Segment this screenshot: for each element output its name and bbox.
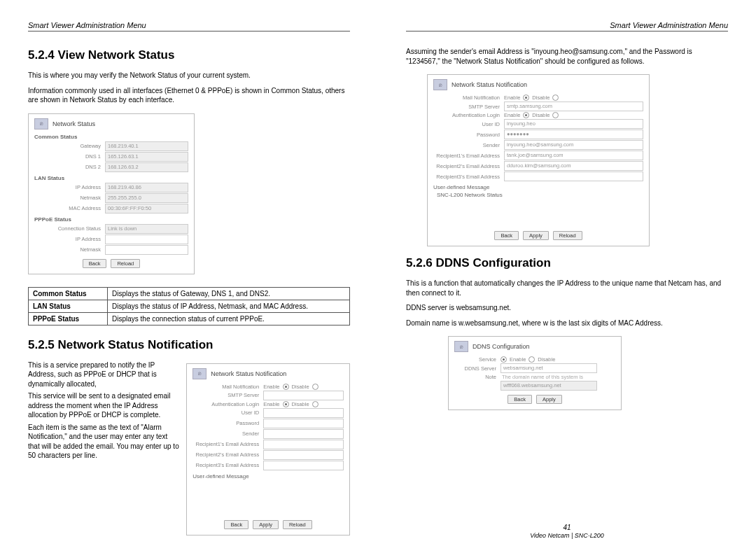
msg-line1[interactable] — [196, 481, 344, 489]
back-button[interactable]: Back — [224, 520, 248, 529]
auth-radio[interactable]: Enable Disable — [504, 112, 559, 118]
sender-input[interactable]: inyoung.heo@samsung.com — [504, 140, 643, 150]
r3-label: Recipient3's Email Address — [433, 174, 504, 180]
notification-panel-filled: ⎚ Network Status Notification Mail Notif… — [427, 74, 650, 246]
smtp-input[interactable]: smtp.samsung.com — [504, 102, 643, 111]
gateway-value: 168.219.40.1 — [105, 141, 188, 151]
msg-line2[interactable] — [437, 201, 643, 209]
pnm-label: Netmask — [34, 246, 105, 253]
netmask-value: 255.255.255.0 — [105, 193, 188, 203]
page-header-right: Smart Viewer Administration Menu — [406, 21, 728, 31]
row3-val: Displays the connection status of curren… — [108, 312, 350, 325]
gateway-label: Gateway — [34, 143, 105, 149]
uid-label: User ID — [192, 410, 263, 416]
r2-input[interactable] — [263, 450, 344, 460]
footer-product: Video Netcam | SNC-L200 — [406, 532, 728, 539]
para-526-3: Domain name is w.websamsung.net, where w… — [406, 318, 728, 328]
msg-line4[interactable] — [196, 508, 344, 516]
udm-label: User-defined Message — [192, 473, 344, 479]
pw-label: Password — [433, 132, 504, 138]
mail-label: Mail Notification — [192, 384, 263, 390]
conn-label: Connection Status — [34, 225, 105, 232]
msg-line3[interactable] — [196, 499, 344, 507]
page-footer-left: 40 Video Netcam | SNC-L200 — [28, 541, 350, 547]
pw-input[interactable]: ●●●●●●● — [504, 130, 643, 139]
dns2-label: DNS 2 — [34, 164, 105, 170]
back-button[interactable]: Back — [507, 395, 532, 404]
uid-input[interactable] — [263, 408, 344, 418]
network-status-panel: ⎚ Network Status Common Status Gateway16… — [28, 113, 195, 274]
para-525-1: This is a service prepared to notify the… — [28, 360, 179, 389]
network-icon: ⎚ — [192, 368, 206, 379]
apply-button[interactable]: Apply — [253, 520, 279, 529]
msg-line3[interactable] — [437, 210, 643, 218]
uid-label: User ID — [433, 121, 504, 127]
reload-button[interactable]: Reload — [553, 231, 582, 240]
reload-button[interactable]: Reload — [283, 520, 312, 529]
mail-radio[interactable]: Enable Disable — [504, 94, 559, 101]
mac-value: 00:30:6F:FF:F0:50 — [105, 204, 188, 214]
r1-input[interactable]: tank.joe@samsung.com — [504, 150, 643, 160]
back-button[interactable]: Back — [83, 259, 107, 268]
note-label: Note — [454, 374, 500, 380]
r2-label: Recipient2's Email Address — [433, 163, 504, 169]
reload-button[interactable]: Reload — [111, 259, 140, 268]
msg-line1[interactable]: SNC-L200 Network Status — [437, 192, 643, 200]
r2-label: Recipient2's Email Address — [192, 451, 263, 458]
para-525-2: This service will be sent to a designate… — [28, 391, 179, 420]
auth-label: Authentication Login — [192, 401, 263, 407]
apply-button[interactable]: Apply — [536, 395, 562, 404]
common-status-label: Common Status — [34, 134, 188, 140]
intro-paragraph: Assuming the sender's email Address is "… — [406, 47, 728, 66]
r2-input[interactable]: dduroo.kim@samsung.com — [504, 161, 643, 171]
ip-value: 168.219.40.86 — [105, 183, 188, 192]
pip-label: IP Address — [34, 236, 105, 242]
panel-title: Network Status Notification — [451, 81, 527, 88]
dns1-label: DNS 1 — [34, 153, 105, 160]
pw-input[interactable] — [263, 419, 344, 428]
mac-label: MAC Address — [34, 205, 105, 211]
sender-input[interactable] — [263, 429, 344, 439]
r1-input[interactable] — [263, 440, 344, 449]
lan-status-label: LAN Status — [34, 175, 188, 181]
row2-key: LAN Status — [29, 300, 108, 312]
domain-value: wfff068.websamsung.net — [500, 381, 597, 391]
sender-label: Sender — [192, 430, 263, 437]
row1-val: Displays the status of Gateway, DNS 1, a… — [108, 287, 350, 300]
pw-label: Password — [192, 420, 263, 426]
panel-title: DDNS Configuration — [472, 343, 530, 350]
status-description-table: Common StatusDisplays the status of Gate… — [28, 287, 350, 326]
para-524-1: This is where you may verify the Network… — [28, 71, 350, 80]
apply-button[interactable]: Apply — [523, 231, 549, 240]
smtp-label: SMTP Server — [433, 104, 504, 110]
r3-input[interactable] — [263, 461, 344, 470]
pppoe-status-label: PPPoE Status — [34, 216, 188, 223]
auth-label: Authentication Login — [433, 112, 504, 118]
msg-line2[interactable] — [196, 490, 344, 498]
ip-label: IP Address — [34, 184, 105, 190]
panel-title: Network Status Notification — [211, 370, 286, 377]
smtp-input[interactable] — [263, 391, 344, 400]
auth-radio[interactable]: Enable Disable — [263, 401, 318, 407]
network-icon: ⎚ — [454, 341, 468, 352]
smtp-label: SMTP Server — [192, 392, 263, 398]
panel-title: Network Status — [52, 120, 95, 127]
msg-line4[interactable] — [437, 219, 643, 227]
service-label: Service — [454, 356, 500, 363]
r3-input[interactable] — [504, 172, 643, 181]
pip-value — [105, 234, 188, 244]
network-icon: ⎚ — [433, 79, 447, 90]
r3-label: Recipient3's Email Address — [192, 462, 263, 468]
back-button[interactable]: Back — [494, 231, 519, 240]
row2-val: Displays the status of IP Address, Netma… — [108, 300, 350, 312]
page-40: Smart Viewer Administration Menu 5.2.4 V… — [0, 21, 378, 546]
service-radio[interactable]: Enable Disable — [500, 356, 555, 363]
uid-input[interactable]: inyoung.heo — [504, 119, 643, 129]
notification-panel-blank: ⎚ Network Status Notification Mail Notif… — [186, 363, 350, 536]
mail-radio[interactable]: Enable Disable — [263, 384, 318, 390]
udm-label: User-defined Message — [433, 184, 643, 190]
conn-value: Link is down — [105, 224, 188, 234]
heading-524: 5.2.4 View Network Status — [28, 48, 350, 62]
page-header-left: Smart Viewer Administration Menu — [28, 21, 350, 31]
server-input[interactable]: websamsung.net — [500, 363, 597, 373]
